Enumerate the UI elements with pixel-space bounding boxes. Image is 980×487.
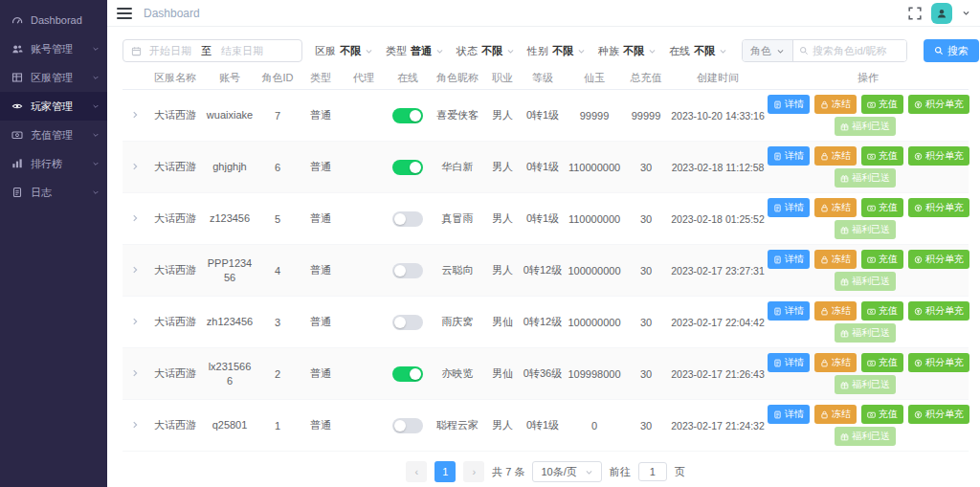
sidebar-item-label: 排行榜 [31,157,92,171]
cell-role-id: 2 [256,368,299,380]
points-recharge-button[interactable]: 积分单充 [908,250,969,269]
recharge-button[interactable]: 充值 [861,405,903,424]
detail-button[interactable]: 详情 [768,301,810,321]
filter-select-online[interactable]: 在线 不限 [669,44,727,58]
points-recharge-button-label: 积分单充 [925,356,964,369]
filter-select-race[interactable]: 种族 不限 [598,44,657,58]
detail-button[interactable]: 详情 [768,405,810,424]
cell-role-id: 6 [256,162,299,173]
points-recharge-button[interactable]: 积分单充 [908,353,969,372]
sidebar-item-recharge[interactable]: 充值管理 [0,121,107,149]
chevron-down-icon [365,47,373,55]
cell-created: 2023-02-17 21:26:43 [668,368,768,380]
cell-account: zh123456 [203,315,256,329]
date-range-picker[interactable]: 开始日期 至 结束日期 [122,39,302,62]
avatar[interactable] [931,3,952,24]
freeze-button[interactable]: 冻结 [814,250,857,269]
cell-jade: 100000000 [565,317,624,328]
points-recharge-button[interactable]: 积分单充 [908,146,969,166]
online-toggle[interactable] [392,263,423,278]
page-number-1[interactable]: 1 [434,461,456,482]
freeze-button[interactable]: 冻结 [814,301,857,321]
cell-jade: 0 [565,420,624,432]
freeze-button[interactable]: 冻结 [814,198,857,217]
detail-button[interactable]: 详情 [768,198,810,217]
points-recharge-button[interactable]: 积分单充 [908,301,969,321]
recharge-button[interactable]: 充值 [861,198,903,217]
recharge-button-label: 充值 [879,356,898,369]
gift-icon [840,122,849,131]
role-type-select[interactable]: 角色 [743,40,793,61]
recharge-button-label: 充值 [879,408,898,421]
welfare-sent-button[interactable]: 福利已送 [835,375,896,394]
recharge-button[interactable]: 充值 [861,353,903,372]
sidebar-item-accounts[interactable]: 账号管理 [0,34,107,63]
points-recharge-button[interactable]: 积分单充 [908,95,969,114]
sidebar-item-servers[interactable]: 区服管理 [0,63,107,92]
freeze-button[interactable]: 冻结 [814,405,857,424]
cell-nickname: 聪程云家 [431,418,484,432]
detail-button[interactable]: 详情 [768,353,810,372]
col-nickname: 角色昵称 [431,71,484,85]
freeze-button[interactable]: 冻结 [814,146,857,166]
row-expand-icon[interactable] [130,162,140,171]
cell-role-id: 3 [256,317,299,328]
online-toggle[interactable] [392,211,423,227]
row-expand-icon[interactable] [130,213,140,223]
filter-select-type[interactable]: 类型 普通 [386,44,444,58]
filter-value: 不限 [623,44,644,58]
goto-page-input[interactable] [638,462,667,481]
row-expand-icon[interactable] [130,368,140,378]
freeze-button[interactable]: 冻结 [814,353,857,372]
detail-button[interactable]: 详情 [768,95,810,114]
hamburger-icon[interactable] [117,8,132,19]
cell-account: PPP123456 [203,256,256,285]
filter-select-gender[interactable]: 性别 不限 [527,44,586,58]
lock-icon [820,410,829,419]
row-expand-icon[interactable] [130,265,140,275]
filter-select-status[interactable]: 状态 不限 [457,44,515,58]
welfare-sent-button-label: 福利已送 [852,171,890,185]
points-recharge-button[interactable]: 积分单充 [908,198,969,217]
money-icon [867,152,876,161]
search-icon [799,46,809,55]
caret-down-icon[interactable] [962,9,970,17]
next-page-button[interactable]: › [463,461,484,482]
row-expand-icon[interactable] [130,420,140,430]
online-toggle[interactable] [392,315,423,330]
row-expand-icon[interactable] [130,317,140,326]
recharge-button[interactable]: 充值 [861,250,903,269]
freeze-button[interactable]: 冻结 [814,95,857,114]
welfare-sent-button[interactable]: 福利已送 [835,272,896,291]
detail-button[interactable]: 详情 [768,146,810,166]
online-toggle[interactable] [392,108,423,123]
prev-page-button[interactable]: ‹ [406,461,427,482]
online-toggle[interactable] [392,366,423,382]
cell-jade: 99999 [565,110,624,122]
sidebar-item-ranking[interactable]: 排行榜 [0,149,107,178]
chevron-down-icon [92,45,100,53]
welfare-sent-button[interactable]: 福利已送 [835,323,896,343]
filter-select-server[interactable]: 区服 不限 [315,44,373,58]
online-toggle[interactable] [392,418,423,433]
welfare-sent-button[interactable]: 福利已送 [835,220,896,239]
recharge-button[interactable]: 充值 [861,146,903,166]
search-input[interactable] [813,45,901,56]
sidebar-item-players[interactable]: 玩家管理 [0,92,107,121]
welfare-sent-button[interactable]: 福利已送 [835,168,896,188]
online-toggle[interactable] [392,160,423,175]
search-button[interactable]: 搜索 [924,39,979,62]
recharge-button[interactable]: 充值 [861,301,903,321]
sidebar-item-dashboard[interactable]: Dashborad [0,6,107,34]
welfare-sent-button-label: 福利已送 [852,223,890,236]
welfare-sent-button[interactable]: 福利已送 [835,427,896,446]
recharge-button[interactable]: 充值 [861,95,903,114]
row-expand-icon[interactable] [130,110,140,120]
sidebar-item-logs[interactable]: 日志 [0,178,107,207]
welfare-sent-button[interactable]: 福利已送 [835,117,896,136]
fullscreen-icon[interactable] [908,7,922,20]
points-recharge-button[interactable]: 积分单充 [908,405,969,424]
cell-job: 男人 [484,263,521,277]
detail-button[interactable]: 详情 [768,250,810,269]
page-size-select[interactable]: 10条/页 [532,461,601,482]
